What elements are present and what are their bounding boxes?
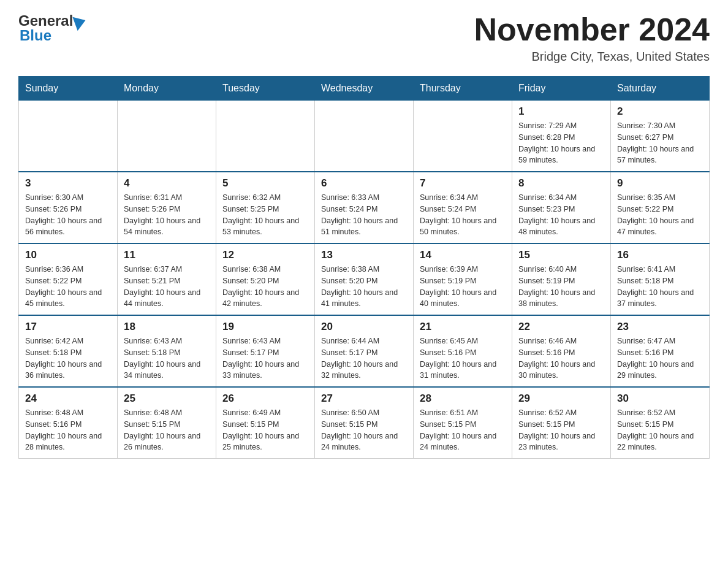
header-friday: Friday: [512, 77, 611, 101]
day-cell: 21Sunrise: 6:45 AM Sunset: 5:16 PM Dayli…: [414, 315, 512, 387]
day-cell: 27Sunrise: 6:50 AM Sunset: 5:15 PM Dayli…: [315, 387, 414, 459]
day-number: 22: [518, 321, 604, 333]
day-info: Sunrise: 6:35 AM Sunset: 5:22 PM Dayligh…: [617, 192, 703, 238]
day-cell: [118, 101, 216, 172]
day-cell: 16Sunrise: 6:41 AM Sunset: 5:18 PM Dayli…: [611, 243, 710, 315]
logo-blue-text: Blue: [20, 27, 51, 44]
day-cell: 30Sunrise: 6:52 AM Sunset: 5:15 PM Dayli…: [611, 387, 710, 459]
logo: General Blue: [18, 12, 86, 44]
day-info: Sunrise: 6:41 AM Sunset: 5:18 PM Dayligh…: [617, 264, 703, 310]
day-info: Sunrise: 6:34 AM Sunset: 5:24 PM Dayligh…: [420, 192, 506, 238]
calendar-table: SundayMondayTuesdayWednesdayThursdayFrid…: [18, 76, 710, 459]
header-tuesday: Tuesday: [216, 77, 315, 101]
day-number: 16: [617, 249, 703, 261]
day-cell: [315, 101, 414, 172]
day-cell: [414, 101, 512, 172]
day-cell: [19, 101, 118, 172]
day-cell: 10Sunrise: 6:36 AM Sunset: 5:22 PM Dayli…: [19, 243, 118, 315]
day-cell: 5Sunrise: 6:32 AM Sunset: 5:25 PM Daylig…: [216, 172, 315, 243]
day-info: Sunrise: 6:48 AM Sunset: 5:16 PM Dayligh…: [25, 407, 111, 453]
day-number: 12: [222, 249, 308, 261]
day-number: 4: [124, 177, 210, 190]
day-number: 19: [222, 321, 308, 333]
day-number: 26: [222, 393, 308, 405]
day-cell: 1Sunrise: 7:29 AM Sunset: 6:28 PM Daylig…: [512, 101, 611, 172]
day-number: 25: [124, 393, 210, 405]
day-cell: 28Sunrise: 6:51 AM Sunset: 5:15 PM Dayli…: [414, 387, 512, 459]
day-info: Sunrise: 6:34 AM Sunset: 5:23 PM Dayligh…: [518, 192, 604, 238]
day-cell: 17Sunrise: 6:42 AM Sunset: 5:18 PM Dayli…: [19, 315, 118, 387]
day-number: 13: [321, 249, 407, 261]
day-number: 6: [321, 177, 407, 190]
header: General Blue November 2024 Bridge City, …: [18, 12, 710, 64]
week-row-4: 17Sunrise: 6:42 AM Sunset: 5:18 PM Dayli…: [19, 315, 710, 387]
day-cell: 29Sunrise: 6:52 AM Sunset: 5:15 PM Dayli…: [512, 387, 611, 459]
day-cell: 9Sunrise: 6:35 AM Sunset: 5:22 PM Daylig…: [611, 172, 710, 243]
day-info: Sunrise: 6:49 AM Sunset: 5:15 PM Dayligh…: [222, 407, 308, 453]
day-info: Sunrise: 7:29 AM Sunset: 6:28 PM Dayligh…: [518, 120, 604, 166]
day-info: Sunrise: 6:52 AM Sunset: 5:15 PM Dayligh…: [617, 407, 703, 453]
day-number: 11: [124, 249, 210, 261]
week-row-2: 3Sunrise: 6:30 AM Sunset: 5:26 PM Daylig…: [19, 172, 710, 243]
day-cell: [216, 101, 315, 172]
day-number: 8: [518, 177, 604, 190]
day-number: 27: [321, 393, 407, 405]
day-number: 20: [321, 321, 407, 333]
day-info: Sunrise: 6:39 AM Sunset: 5:19 PM Dayligh…: [420, 264, 506, 310]
day-cell: 23Sunrise: 6:47 AM Sunset: 5:16 PM Dayli…: [611, 315, 710, 387]
day-number: 3: [25, 177, 111, 190]
day-cell: 18Sunrise: 6:43 AM Sunset: 5:18 PM Dayli…: [118, 315, 216, 387]
day-number: 7: [420, 177, 506, 190]
day-info: Sunrise: 6:44 AM Sunset: 5:17 PM Dayligh…: [321, 335, 407, 381]
header-saturday: Saturday: [611, 77, 710, 101]
day-info: Sunrise: 6:51 AM Sunset: 5:15 PM Dayligh…: [420, 407, 506, 453]
day-cell: 22Sunrise: 6:46 AM Sunset: 5:16 PM Dayli…: [512, 315, 611, 387]
day-number: 21: [420, 321, 506, 333]
day-info: Sunrise: 6:50 AM Sunset: 5:15 PM Dayligh…: [321, 407, 407, 453]
day-number: 23: [617, 321, 703, 333]
day-info: Sunrise: 6:42 AM Sunset: 5:18 PM Dayligh…: [25, 335, 111, 381]
day-cell: 3Sunrise: 6:30 AM Sunset: 5:26 PM Daylig…: [19, 172, 118, 243]
header-thursday: Thursday: [414, 77, 512, 101]
day-cell: 20Sunrise: 6:44 AM Sunset: 5:17 PM Dayli…: [315, 315, 414, 387]
calendar-title: November 2024: [474, 12, 710, 47]
day-number: 5: [222, 177, 308, 190]
day-info: Sunrise: 6:48 AM Sunset: 5:15 PM Dayligh…: [124, 407, 210, 453]
day-number: 28: [420, 393, 506, 405]
day-number: 24: [25, 393, 111, 405]
day-number: 10: [25, 249, 111, 261]
day-info: Sunrise: 6:33 AM Sunset: 5:24 PM Dayligh…: [321, 192, 407, 238]
day-info: Sunrise: 6:43 AM Sunset: 5:18 PM Dayligh…: [124, 335, 210, 381]
day-number: 9: [617, 177, 703, 190]
day-cell: 4Sunrise: 6:31 AM Sunset: 5:26 PM Daylig…: [118, 172, 216, 243]
day-info: Sunrise: 6:37 AM Sunset: 5:21 PM Dayligh…: [124, 264, 210, 310]
day-cell: 15Sunrise: 6:40 AM Sunset: 5:19 PM Dayli…: [512, 243, 611, 315]
day-number: 29: [518, 393, 604, 405]
day-number: 2: [617, 105, 703, 118]
day-info: Sunrise: 6:36 AM Sunset: 5:22 PM Dayligh…: [25, 264, 111, 310]
day-info: Sunrise: 7:30 AM Sunset: 6:27 PM Dayligh…: [617, 120, 703, 166]
day-info: Sunrise: 6:30 AM Sunset: 5:26 PM Dayligh…: [25, 192, 111, 238]
day-number: 18: [124, 321, 210, 333]
logo-arrow-icon: [73, 13, 88, 31]
day-info: Sunrise: 6:31 AM Sunset: 5:26 PM Dayligh…: [124, 192, 210, 238]
header-sunday: Sunday: [19, 77, 118, 101]
day-cell: 8Sunrise: 6:34 AM Sunset: 5:23 PM Daylig…: [512, 172, 611, 243]
day-info: Sunrise: 6:40 AM Sunset: 5:19 PM Dayligh…: [518, 264, 604, 310]
day-number: 15: [518, 249, 604, 261]
day-info: Sunrise: 6:32 AM Sunset: 5:25 PM Dayligh…: [222, 192, 308, 238]
day-cell: 2Sunrise: 7:30 AM Sunset: 6:27 PM Daylig…: [611, 101, 710, 172]
day-info: Sunrise: 6:46 AM Sunset: 5:16 PM Dayligh…: [518, 335, 604, 381]
day-cell: 26Sunrise: 6:49 AM Sunset: 5:15 PM Dayli…: [216, 387, 315, 459]
day-cell: 12Sunrise: 6:38 AM Sunset: 5:20 PM Dayli…: [216, 243, 315, 315]
day-cell: 14Sunrise: 6:39 AM Sunset: 5:19 PM Dayli…: [414, 243, 512, 315]
day-info: Sunrise: 6:43 AM Sunset: 5:17 PM Dayligh…: [222, 335, 308, 381]
day-number: 1: [518, 105, 604, 118]
title-area: November 2024 Bridge City, Texas, United…: [474, 12, 710, 64]
week-row-1: 1Sunrise: 7:29 AM Sunset: 6:28 PM Daylig…: [19, 101, 710, 172]
day-info: Sunrise: 6:45 AM Sunset: 5:16 PM Dayligh…: [420, 335, 506, 381]
day-number: 17: [25, 321, 111, 333]
day-cell: 24Sunrise: 6:48 AM Sunset: 5:16 PM Dayli…: [19, 387, 118, 459]
day-cell: 7Sunrise: 6:34 AM Sunset: 5:24 PM Daylig…: [414, 172, 512, 243]
day-info: Sunrise: 6:38 AM Sunset: 5:20 PM Dayligh…: [222, 264, 308, 310]
